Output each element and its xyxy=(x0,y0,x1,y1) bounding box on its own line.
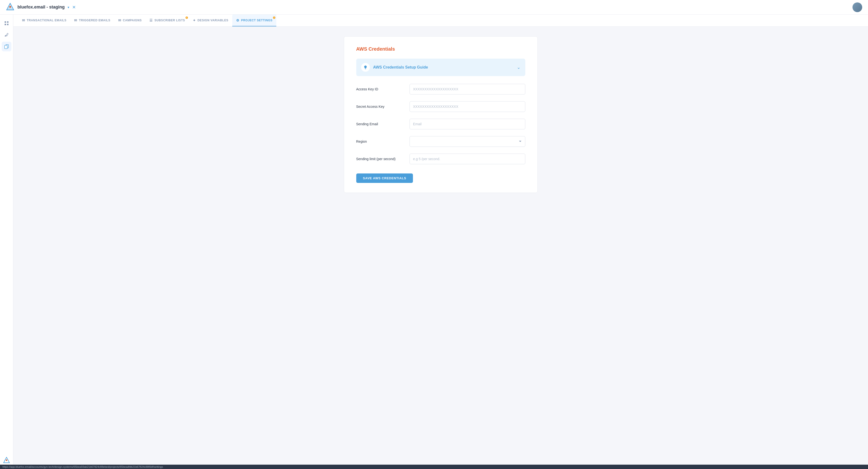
tab-design-variables[interactable]: ✦ DESIGN VARIABLES xyxy=(189,14,232,26)
secret-access-key-input[interactable] xyxy=(409,101,525,112)
sidebar-item-tools[interactable] xyxy=(2,30,11,40)
lightning-icon: ✕ xyxy=(72,5,76,10)
tab-transactional-emails[interactable]: ✉ TRANSACTIONAL EMAILS xyxy=(18,14,70,26)
setup-guide-left: AWS Credentials Setup Guide xyxy=(361,63,428,72)
app-title: bluefox.email - staging xyxy=(18,5,65,10)
content-card: AWS Credentials AWS Credentials Setup Gu… xyxy=(344,36,538,193)
sending-email-label: Sending Email xyxy=(356,122,405,126)
access-key-id-input[interactable] xyxy=(409,84,525,94)
status-bar: https://app.bluefox.email/accounts/gyn-t… xyxy=(0,465,868,469)
design-variables-icon: ✦ xyxy=(193,19,196,22)
settings-badge: ! xyxy=(273,17,275,19)
status-url: https://app.bluefox.email/accounts/gyn-t… xyxy=(2,465,163,468)
save-aws-credentials-button[interactable]: SAVE AWS CREDENTIALS xyxy=(356,174,413,183)
tab-triggered-emails[interactable]: ✉ TRIGGERED EMAILS xyxy=(70,14,114,26)
transactional-email-icon: ✉ xyxy=(22,19,25,22)
triggered-email-icon: ✉ xyxy=(74,19,77,22)
sending-limit-input[interactable] xyxy=(409,154,525,164)
top-bar-left: bluefox.email - staging ▾ ✕ xyxy=(6,3,76,12)
setup-guide-accordion[interactable]: AWS Credentials Setup Guide ⌄ xyxy=(356,59,525,76)
project-settings-icon: ⚙ xyxy=(236,19,240,22)
chevron-down-icon: ⌄ xyxy=(517,65,521,70)
svg-rect-3 xyxy=(5,21,6,23)
svg-point-11 xyxy=(6,460,7,461)
svg-point-2 xyxy=(9,6,11,7)
sending-email-input[interactable] xyxy=(409,119,525,129)
app-logo xyxy=(6,3,14,12)
sending-email-group: Sending Email xyxy=(356,119,525,129)
setup-guide-text: AWS Credentials Setup Guide xyxy=(373,65,428,69)
section-title: AWS Credentials xyxy=(356,46,525,52)
sidebar-bottom-logo xyxy=(3,457,10,465)
region-label: Region xyxy=(356,139,405,144)
region-select[interactable]: us-east-1 us-west-2 eu-west-1 ap-southea… xyxy=(409,136,525,147)
sidebar xyxy=(0,14,13,469)
svg-rect-5 xyxy=(5,24,6,25)
access-key-id-label: Access Key ID xyxy=(356,87,405,91)
secret-access-key-label: Secret Access Key xyxy=(356,105,405,108)
nav-tabs: ✉ TRANSACTIONAL EMAILS ✉ TRIGGERED EMAIL… xyxy=(13,14,868,27)
svg-rect-9 xyxy=(5,45,7,49)
subscriber-lists-icon: ☰ xyxy=(149,19,153,22)
sidebar-item-grid[interactable] xyxy=(2,19,11,28)
access-key-id-group: Access Key ID xyxy=(356,84,525,94)
subscriber-badge: ! xyxy=(186,17,188,19)
region-group: Region us-east-1 us-west-2 eu-west-1 ap-… xyxy=(356,136,525,147)
main-content: AWS Credentials AWS Credentials Setup Gu… xyxy=(13,27,868,469)
tab-subscriber-lists[interactable]: ☰ SUBSCRIBER LISTS ! xyxy=(146,14,189,26)
bulb-icon xyxy=(361,63,370,72)
sending-limit-label: Sending limit (per second) xyxy=(356,157,405,161)
top-bar: bluefox.email - staging ▾ ✕ xyxy=(0,0,868,14)
tab-campaigns[interactable]: ✉ CAMPAIGNS xyxy=(114,14,146,26)
secret-access-key-group: Secret Access Key xyxy=(356,101,525,112)
svg-rect-6 xyxy=(7,24,8,25)
campaigns-icon: ✉ xyxy=(118,19,121,22)
sidebar-item-copy[interactable] xyxy=(2,42,11,51)
tab-project-settings[interactable]: ⚙ PROJECT SETTINGS ! xyxy=(232,14,276,26)
svg-rect-4 xyxy=(7,21,8,23)
avatar[interactable] xyxy=(852,2,862,12)
sending-limit-group: Sending limit (per second) xyxy=(356,154,525,164)
project-dropdown[interactable]: ▾ xyxy=(68,5,69,9)
